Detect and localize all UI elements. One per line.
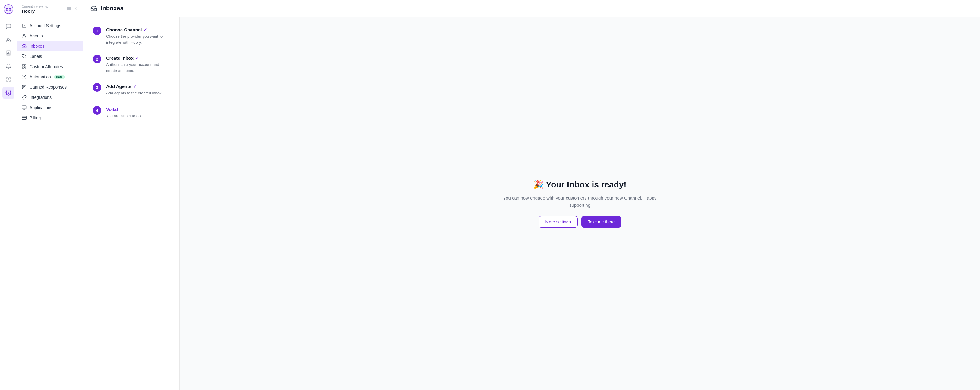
main-area: Inboxes 1 Choose Channel ✓ Choose the pr… — [83, 0, 980, 390]
sidebar-item-billing[interactable]: Billing — [17, 113, 83, 123]
step-2-line — [97, 65, 97, 82]
step-4-desc: You are all set to go! — [106, 113, 142, 119]
sidebar-item-inboxes[interactable]: Inboxes — [17, 41, 83, 51]
app-logo — [3, 4, 14, 14]
sidebar: Currently viewing: Hoory Account Setting… — [17, 0, 83, 390]
integrations-icon — [22, 95, 27, 100]
canned-responses-icon — [22, 85, 27, 89]
menu-icon[interactable] — [67, 6, 72, 12]
step-4-number: 4 — [93, 106, 101, 114]
step-4: 4 Voila! You are all set to go! — [93, 106, 170, 129]
nav-notifications-icon[interactable] — [2, 60, 14, 72]
svg-point-7 — [8, 92, 9, 94]
sidebar-menu: Account Settings Agents Inboxes Labels C… — [17, 18, 83, 390]
step-1: 1 Choose Channel ✓ Choose the provider y… — [93, 27, 170, 55]
step-3: 3 Add Agents ✓ Add agents to the created… — [93, 83, 170, 106]
steps-panel: 1 Choose Channel ✓ Choose the provider y… — [83, 17, 180, 390]
nav-contacts-icon[interactable] — [2, 34, 14, 46]
step-1-line — [97, 36, 97, 54]
svg-rect-14 — [22, 65, 24, 66]
step-1-check: ✓ — [143, 27, 147, 32]
agents-icon — [22, 33, 27, 38]
labels-icon — [22, 54, 27, 59]
success-subtitle: You can now engage with your customers t… — [501, 194, 658, 209]
sidebar-item-agents[interactable]: Agents — [17, 31, 83, 41]
account-settings-icon — [22, 23, 27, 28]
step-1-title: Choose Channel ✓ — [106, 27, 170, 32]
sidebar-item-labels[interactable]: Labels — [17, 51, 83, 62]
sidebar-item-automation[interactable]: Automation Beta — [17, 72, 83, 82]
nav-settings-icon[interactable] — [2, 87, 14, 99]
svg-rect-24 — [22, 116, 27, 120]
inboxes-header-icon — [91, 5, 97, 12]
svg-point-0 — [4, 5, 13, 14]
step-3-desc: Add agents to the created inbox. — [106, 90, 162, 96]
more-settings-button[interactable]: More settings — [539, 216, 578, 228]
svg-rect-21 — [22, 106, 26, 108]
sidebar-item-canned-responses[interactable]: Canned Responses — [17, 82, 83, 92]
step-3-check: ✓ — [133, 84, 137, 89]
svg-point-3 — [7, 38, 8, 40]
take-me-there-button[interactable]: Take me there — [581, 216, 622, 228]
success-title: 🎉 Your Inbox is ready! — [533, 180, 626, 190]
svg-point-2 — [9, 8, 11, 10]
step-2-check: ✓ — [135, 56, 139, 60]
svg-point-18 — [24, 76, 25, 78]
step-1-desc: Choose the provider you want to integrat… — [106, 33, 170, 45]
nav-reports-icon[interactable] — [2, 47, 14, 59]
step-2-number: 2 — [93, 55, 101, 63]
sidebar-item-account-settings[interactable]: Account Settings — [17, 21, 83, 31]
nav-conversations-icon[interactable] — [2, 21, 14, 33]
step-1-number: 1 — [93, 27, 101, 35]
step-3-title: Add Agents ✓ — [106, 84, 162, 89]
step-2-title: Create Inbox ✓ — [106, 55, 170, 60]
step-2-desc: Authenticate your account and create an … — [106, 62, 170, 73]
success-emoji: 🎉 — [533, 180, 544, 189]
nav-help-icon[interactable] — [2, 73, 14, 86]
main-header: Inboxes — [83, 0, 980, 17]
sidebar-header: Currently viewing: Hoory — [17, 0, 83, 18]
sidebar-item-applications[interactable]: Applications — [17, 103, 83, 113]
beta-badge: Beta — [54, 75, 65, 79]
svg-rect-15 — [24, 65, 26, 66]
billing-icon — [22, 116, 27, 120]
automation-icon — [22, 75, 27, 79]
svg-point-5 — [6, 77, 11, 82]
icon-nav — [0, 0, 17, 390]
currently-viewing-label: Currently viewing: — [22, 4, 48, 8]
org-name: Hoory — [22, 8, 48, 14]
main-content: 1 Choose Channel ✓ Choose the provider y… — [83, 17, 980, 390]
svg-rect-16 — [22, 67, 24, 69]
svg-point-17 — [24, 67, 26, 69]
sidebar-item-integrations[interactable]: Integrations — [17, 92, 83, 103]
success-panel: 🎉 Your Inbox is ready! You can now engag… — [180, 17, 980, 390]
svg-point-12 — [23, 34, 25, 36]
sidebar-item-custom-attributes[interactable]: Custom Attributes — [17, 62, 83, 72]
back-icon[interactable] — [73, 6, 78, 12]
success-title-text: Your Inbox is ready! — [546, 180, 627, 189]
success-actions: More settings Take me there — [539, 216, 622, 228]
step-4-title: Voila! — [106, 107, 142, 112]
svg-point-1 — [6, 8, 8, 10]
page-title: Inboxes — [101, 5, 124, 12]
custom-attributes-icon — [22, 64, 27, 69]
applications-icon — [22, 105, 27, 110]
step-3-line — [97, 93, 97, 105]
step-2: 2 Create Inbox ✓ Authenticate your accou… — [93, 55, 170, 83]
step-3-number: 3 — [93, 83, 101, 92]
inboxes-icon — [22, 44, 27, 49]
